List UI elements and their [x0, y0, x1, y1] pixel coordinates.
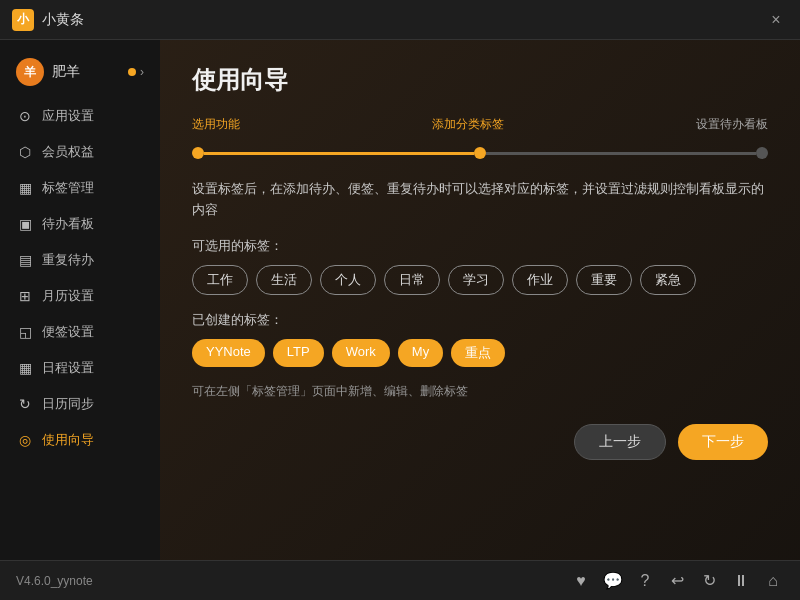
created-tag[interactable]: Work — [332, 339, 390, 367]
sidebar-user[interactable]: 羊 肥羊 › — [0, 50, 160, 98]
statusbar: V4.6.0_yynote ♥ 💬 ? ↩ ↻ ⏸ ⌂ — [0, 560, 800, 600]
available-tag[interactable]: 生活 — [256, 265, 312, 295]
version-label: V4.6.0_yynote — [16, 574, 93, 588]
main-layout: 羊 肥羊 › ⊙ 应用设置 ⬡ 会员权益 ▦ 标签管理 ▣ 待办看板 ▤ 重复待… — [0, 40, 800, 560]
available-tag[interactable]: 作业 — [512, 265, 568, 295]
created-tags-row: YYNoteLTPWorkMy重点 — [192, 339, 768, 367]
description-text: 设置标签后，在添加待办、便签、重复待办时可以选择对应的标签，并设置过滤规则控制看… — [192, 179, 768, 221]
sidebar-item-tag-management[interactable]: ▦ 标签管理 — [0, 170, 160, 206]
step-2-dot — [474, 147, 486, 159]
step-3-dot — [756, 147, 768, 159]
schedule-icon: ▦ — [16, 359, 34, 377]
repeat-icon: ▤ — [16, 251, 34, 269]
sidebar-item-app-settings[interactable]: ⊙ 应用设置 — [0, 98, 160, 134]
created-tag[interactable]: 重点 — [451, 339, 505, 367]
chat-icon[interactable]: 💬 — [602, 570, 624, 592]
prev-button[interactable]: 上一步 — [574, 424, 666, 460]
sidebar-item-usage-guide[interactable]: ◎ 使用向导 — [0, 422, 160, 458]
step-line-2 — [486, 152, 756, 155]
available-tag[interactable]: 学习 — [448, 265, 504, 295]
heart-icon[interactable]: ♥ — [570, 570, 592, 592]
titlebar: 小 小黄条 × — [0, 0, 800, 40]
content-area: 使用向导 选用功能 添加分类标签 设置待办看板 设置标签后，在添加待办、便签、重… — [160, 40, 800, 560]
avatar: 羊 — [16, 58, 44, 86]
available-tag[interactable]: 工作 — [192, 265, 248, 295]
note-icon: ◱ — [16, 323, 34, 341]
calendar-icon: ⊞ — [16, 287, 34, 305]
sidebar-item-calendar-sync[interactable]: ↻ 日历同步 — [0, 386, 160, 422]
created-tag[interactable]: LTP — [273, 339, 324, 367]
crown-icon: ⬡ — [16, 143, 34, 161]
pause-icon[interactable]: ⏸ — [730, 570, 752, 592]
sidebar-item-label: 应用设置 — [42, 107, 94, 125]
share-icon[interactable]: ↩ — [666, 570, 688, 592]
guide-icon: ◎ — [16, 431, 34, 449]
tag-icon: ▦ — [16, 179, 34, 197]
tip-text: 可在左侧「标签管理」页面中新增、编辑、删除标签 — [192, 383, 768, 400]
sidebar-item-label: 会员权益 — [42, 143, 94, 161]
available-tag[interactable]: 个人 — [320, 265, 376, 295]
step-3-label: 设置待办看板 — [696, 116, 768, 133]
step-1-dot — [192, 147, 204, 159]
statusbar-icons: ♥ 💬 ? ↩ ↻ ⏸ ⌂ — [570, 570, 784, 592]
available-tag[interactable]: 日常 — [384, 265, 440, 295]
available-tags-label: 可选用的标签： — [192, 237, 768, 255]
sidebar-item-kanban[interactable]: ▣ 待办看板 — [0, 206, 160, 242]
available-tags-row: 工作生活个人日常学习作业重要紧急 — [192, 265, 768, 295]
sidebar-item-membership[interactable]: ⬡ 会员权益 — [0, 134, 160, 170]
user-dot — [128, 68, 136, 76]
step-1-label: 选用功能 — [192, 116, 240, 133]
available-tag[interactable]: 紧急 — [640, 265, 696, 295]
sidebar-item-label: 使用向导 — [42, 431, 94, 449]
chevron-right-icon: › — [140, 65, 144, 79]
help-icon[interactable]: ? — [634, 570, 656, 592]
refresh-icon[interactable]: ↻ — [698, 570, 720, 592]
sidebar-item-note-settings[interactable]: ◱ 便签设置 — [0, 314, 160, 350]
sidebar-item-label: 重复待办 — [42, 251, 94, 269]
sidebar-item-label: 标签管理 — [42, 179, 94, 197]
next-button[interactable]: 下一步 — [678, 424, 768, 460]
shield-icon: ⊙ — [16, 107, 34, 125]
steps-section: 选用功能 添加分类标签 设置待办看板 — [192, 116, 768, 159]
sidebar-item-label: 日历同步 — [42, 395, 94, 413]
sync-icon: ↻ — [16, 395, 34, 413]
sidebar-item-calendar-settings[interactable]: ⊞ 月历设置 — [0, 278, 160, 314]
sidebar: 羊 肥羊 › ⊙ 应用设置 ⬡ 会员权益 ▦ 标签管理 ▣ 待办看板 ▤ 重复待… — [0, 40, 160, 560]
page-title: 使用向导 — [192, 64, 768, 96]
user-name: 肥羊 — [52, 63, 128, 81]
step-2-label: 添加分类标签 — [432, 116, 504, 133]
sidebar-item-repeat-todo[interactable]: ▤ 重复待办 — [0, 242, 160, 278]
app-title: 小黄条 — [42, 11, 84, 29]
created-tag[interactable]: YYNote — [192, 339, 265, 367]
sidebar-item-label: 月历设置 — [42, 287, 94, 305]
step-line-1 — [204, 152, 474, 155]
app-logo: 小 — [12, 9, 34, 31]
created-tag[interactable]: My — [398, 339, 443, 367]
nav-buttons: 上一步 下一步 — [192, 424, 768, 460]
sidebar-item-label: 待办看板 — [42, 215, 94, 233]
sidebar-item-label: 日程设置 — [42, 359, 94, 377]
kanban-icon: ▣ — [16, 215, 34, 233]
available-tag[interactable]: 重要 — [576, 265, 632, 295]
sidebar-item-label: 便签设置 — [42, 323, 94, 341]
home-icon[interactable]: ⌂ — [762, 570, 784, 592]
sidebar-item-schedule-settings[interactable]: ▦ 日程设置 — [0, 350, 160, 386]
close-button[interactable]: × — [764, 8, 788, 32]
created-tags-label: 已创建的标签： — [192, 311, 768, 329]
